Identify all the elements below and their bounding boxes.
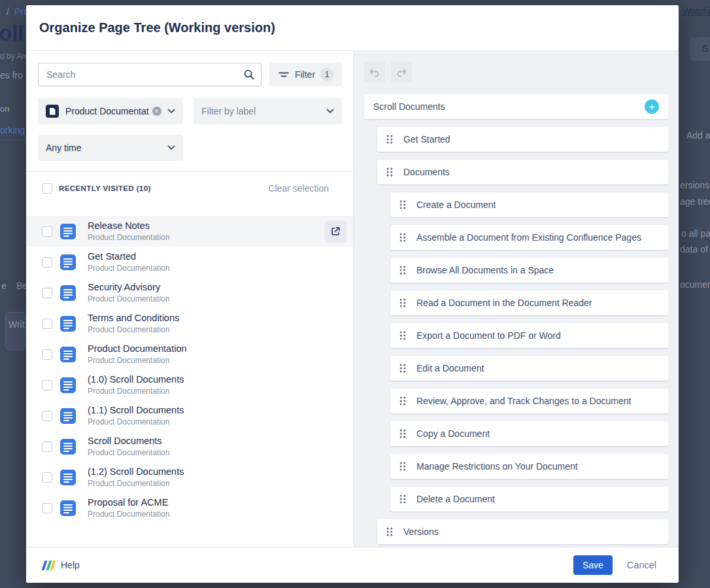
item-checkbox[interactable] [42, 288, 52, 298]
bg-frag-ersions: ersions [680, 180, 709, 192]
drag-handle-icon[interactable] [399, 298, 406, 307]
section-title: RECENTLY VISITED (10) [59, 184, 151, 192]
bg-watch-link: Watchi [683, 6, 710, 18]
item-checkbox[interactable] [42, 380, 52, 390]
item-checkbox[interactable] [42, 257, 52, 268]
drag-handle-icon[interactable] [399, 266, 406, 275]
page-title: Get Started [88, 251, 169, 263]
open-page-button[interactable] [324, 220, 347, 243]
bg-frag-data-of-t: data of t [680, 244, 710, 256]
page-title: (1.1) Scroll Documents [88, 404, 184, 417]
item-checkbox[interactable] [42, 411, 52, 421]
add-page-button[interactable] [645, 99, 659, 114]
tree-node-label: Edit a Document [416, 363, 484, 373]
drag-handle-icon[interactable] [399, 331, 406, 340]
cancel-button[interactable]: Cancel [627, 560, 656, 570]
item-checkbox[interactable] [42, 319, 52, 329]
page-icon [60, 224, 76, 239]
tree-node[interactable]: Delete a Document [390, 487, 668, 511]
space-filter-dropdown[interactable]: Product Documentat [38, 98, 183, 124]
page-icon [60, 254, 76, 270]
tree-node[interactable]: Versions [377, 519, 668, 544]
filter-button[interactable]: Filter 1 [269, 63, 342, 86]
drag-handle-icon[interactable] [399, 233, 406, 242]
list-item[interactable]: Get StartedProduct Documentation [26, 247, 353, 277]
drag-handle-icon[interactable] [399, 429, 406, 438]
page-space: Product Documentation [88, 417, 184, 428]
page-title: Product Documentation [88, 343, 187, 355]
tree-node-label: Delete a Document [416, 494, 495, 504]
redo-button[interactable] [391, 61, 412, 82]
chevron-down-icon [167, 109, 175, 114]
list-item[interactable]: Proposal for ACMEProduct Documentation [26, 493, 353, 523]
drag-handle-icon[interactable] [399, 396, 406, 406]
tree-node[interactable]: Assemble a Document from Existing Conflu… [390, 225, 668, 250]
tree-node[interactable]: Review, Approve, and Track Changes to a … [390, 389, 668, 413]
drag-handle-icon[interactable] [399, 364, 406, 373]
remove-space-filter-icon[interactable] [152, 107, 161, 116]
list-item[interactable]: Release NotesProduct Documentation [26, 216, 353, 247]
tree-node[interactable]: Documents [377, 160, 668, 184]
page-icon [60, 377, 76, 393]
tree-node[interactable]: Manage Restrictions on Your Document [390, 454, 668, 479]
bg-byline: d by An [0, 52, 26, 61]
undo-button[interactable] [364, 61, 385, 82]
drag-handle-icon[interactable] [386, 135, 393, 144]
item-checkbox[interactable] [42, 349, 52, 360]
tree-node[interactable]: Create a Document [390, 192, 668, 217]
list-item[interactable]: Terms and ConditionsProduct Documentatio… [26, 308, 353, 339]
select-all-checkbox[interactable] [42, 183, 52, 194]
space-filter-value: Product Documentat [65, 106, 149, 116]
tree-root[interactable]: Scroll Documents [364, 94, 668, 119]
filter-chips-row-2: Any time [38, 135, 342, 161]
dialog-footer: Help Save Cancel [26, 547, 679, 583]
label-filter-dropdown[interactable]: Filter by label [194, 98, 342, 124]
item-checkbox[interactable] [42, 226, 52, 237]
clear-selection-link[interactable]: Clear selection [268, 183, 329, 194]
drag-handle-icon[interactable] [386, 527, 393, 536]
tree-node-label: Assemble a Document from Existing Conflu… [416, 232, 641, 243]
redo-icon [396, 67, 407, 77]
list-item[interactable]: Scroll DocumentsProduct Documentation [26, 431, 353, 462]
drag-handle-icon[interactable] [399, 494, 406, 504]
chevron-down-icon [326, 109, 334, 114]
tree-node-label: Get Started [403, 134, 450, 145]
filter-chips-row-1: Product Documentat Filter by label [38, 98, 342, 124]
search-toolbar: Filter 1 [38, 63, 342, 86]
page-text: Security AdvisoryProduct Documentation [88, 281, 169, 305]
dialog-title: Organize Page Tree (Working version) [39, 20, 275, 35]
bg-comment-box: Writ [5, 312, 26, 350]
drag-handle-icon[interactable] [399, 200, 406, 209]
page-space: Product Documentation [88, 447, 169, 458]
tree-node-label: Create a Document [416, 199, 496, 210]
tree-node-label: Versions [403, 527, 439, 537]
tree-node[interactable]: Get Started [377, 127, 668, 152]
time-filter-dropdown[interactable]: Any time [38, 135, 183, 161]
tree-node[interactable]: Copy a Document [390, 421, 668, 446]
drag-handle-icon[interactable] [399, 462, 406, 471]
item-checkbox[interactable] [42, 472, 52, 483]
page-icon [60, 500, 76, 516]
help-link[interactable]: Help [43, 560, 80, 570]
list-item[interactable]: (1.0) Scroll DocumentsProduct Documentat… [26, 370, 353, 400]
search-input[interactable] [38, 63, 262, 86]
list-item[interactable]: (1.2) Scroll DocumentsProduct Documentat… [26, 462, 353, 493]
page-title: (1.2) Scroll Documents [88, 466, 184, 478]
tree-node[interactable]: Edit a Document [390, 356, 668, 381]
page-text: Product DocumentationProduct Documentati… [88, 343, 187, 366]
organize-page-tree-dialog: Organize Page Tree (Working version) [26, 5, 679, 583]
tree-node[interactable]: Browse All Documents in a Space [390, 258, 668, 283]
bg-breadcrumb-slash: / [7, 7, 9, 18]
item-checkbox[interactable] [42, 503, 52, 513]
page-title: Release Notes [88, 220, 169, 232]
save-button[interactable]: Save [573, 555, 613, 575]
page-icon [60, 316, 76, 332]
list-item[interactable]: (1.1) Scroll DocumentsProduct Documentat… [26, 400, 353, 431]
tree-node[interactable]: Export a Document to PDF or Word [390, 323, 668, 348]
page-space: Product Documentation [88, 478, 184, 489]
tree-node[interactable]: Read a Document in the Document Reader [390, 290, 668, 315]
drag-handle-icon[interactable] [386, 167, 393, 177]
list-item[interactable]: Product DocumentationProduct Documentati… [26, 339, 353, 370]
list-item[interactable]: Security AdvisoryProduct Documentation [26, 277, 353, 308]
item-checkbox[interactable] [42, 441, 52, 452]
